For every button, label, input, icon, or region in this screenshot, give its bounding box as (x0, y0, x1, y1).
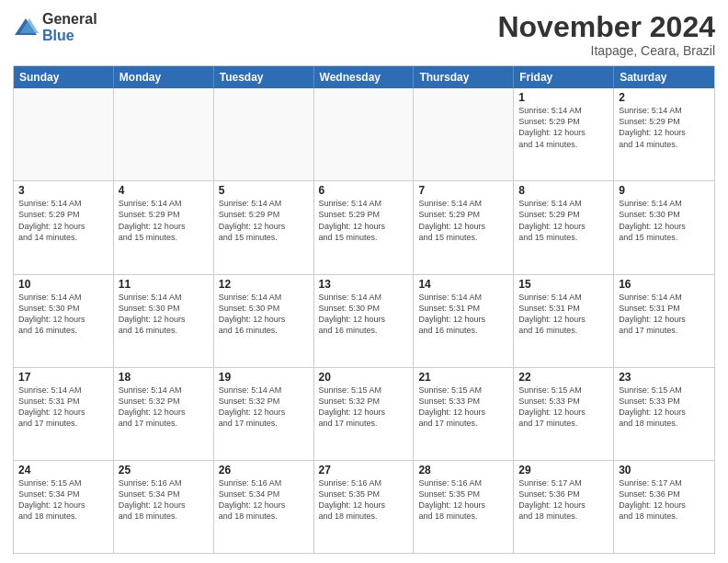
weekday-header-friday: Friday (514, 66, 614, 88)
calendar-cell: 30Sunrise: 5:17 AM Sunset: 5:36 PM Dayli… (614, 461, 714, 553)
calendar-cell: 11Sunrise: 5:14 AM Sunset: 5:30 PM Dayli… (114, 275, 214, 367)
calendar-cell: 21Sunrise: 5:15 AM Sunset: 5:33 PM Dayli… (414, 368, 514, 460)
day-number: 21 (418, 371, 508, 384)
calendar-cell: 17Sunrise: 5:14 AM Sunset: 5:31 PM Dayli… (14, 368, 114, 460)
calendar-cell: 10Sunrise: 5:14 AM Sunset: 5:30 PM Dayli… (14, 275, 114, 367)
calendar-row-2: 3Sunrise: 5:14 AM Sunset: 5:29 PM Daylig… (14, 181, 714, 274)
calendar-cell: 6Sunrise: 5:14 AM Sunset: 5:29 PM Daylig… (314, 181, 415, 273)
calendar-cell: 1Sunrise: 5:14 AM Sunset: 5:29 PM Daylig… (514, 88, 614, 180)
calendar-cell: 28Sunrise: 5:16 AM Sunset: 5:35 PM Dayli… (414, 461, 514, 553)
calendar-cell: 14Sunrise: 5:14 AM Sunset: 5:31 PM Dayli… (414, 275, 514, 367)
day-number: 11 (119, 278, 209, 291)
calendar-cell: 25Sunrise: 5:16 AM Sunset: 5:34 PM Dayli… (114, 461, 214, 553)
day-number: 19 (219, 371, 309, 384)
day-number: 25 (119, 464, 209, 477)
day-number: 28 (418, 464, 508, 477)
calendar: SundayMondayTuesdayWednesdayThursdayFrid… (13, 65, 715, 554)
calendar-cell: 15Sunrise: 5:14 AM Sunset: 5:31 PM Dayli… (514, 275, 614, 367)
cell-info: Sunrise: 5:15 AM Sunset: 5:33 PM Dayligh… (418, 385, 508, 430)
cell-info: Sunrise: 5:14 AM Sunset: 5:29 PM Dayligh… (319, 198, 409, 243)
calendar-cell: 16Sunrise: 5:14 AM Sunset: 5:31 PM Dayli… (614, 275, 714, 367)
weekday-header-saturday: Saturday (614, 66, 714, 88)
cell-info: Sunrise: 5:14 AM Sunset: 5:30 PM Dayligh… (119, 292, 209, 337)
weekday-header-monday: Monday (114, 66, 214, 88)
day-number: 7 (418, 184, 508, 197)
calendar-row-5: 24Sunrise: 5:15 AM Sunset: 5:34 PM Dayli… (14, 461, 714, 553)
calendar-cell: 2Sunrise: 5:14 AM Sunset: 5:29 PM Daylig… (614, 88, 714, 180)
cell-info: Sunrise: 5:14 AM Sunset: 5:29 PM Dayligh… (518, 105, 609, 150)
page: General Blue November 2024 Itapage, Cear… (0, 0, 728, 563)
calendar-cell: 29Sunrise: 5:17 AM Sunset: 5:36 PM Dayli… (514, 461, 614, 553)
weekday-header-tuesday: Tuesday (214, 66, 314, 88)
calendar-cell: 7Sunrise: 5:14 AM Sunset: 5:29 PM Daylig… (414, 181, 514, 273)
cell-info: Sunrise: 5:14 AM Sunset: 5:29 PM Dayligh… (518, 198, 609, 243)
day-number: 1 (518, 91, 609, 104)
day-number: 8 (518, 184, 609, 197)
day-number: 14 (418, 278, 508, 291)
calendar-cell: 8Sunrise: 5:14 AM Sunset: 5:29 PM Daylig… (514, 181, 614, 273)
day-number: 5 (219, 184, 309, 197)
calendar-cell (214, 88, 314, 180)
cell-info: Sunrise: 5:14 AM Sunset: 5:32 PM Dayligh… (219, 385, 309, 430)
cell-info: Sunrise: 5:14 AM Sunset: 5:31 PM Dayligh… (418, 292, 508, 337)
day-number: 24 (18, 464, 108, 477)
day-number: 15 (518, 278, 609, 291)
calendar-cell (14, 88, 114, 180)
day-number: 27 (319, 464, 409, 477)
day-number: 22 (518, 371, 609, 384)
calendar-cell: 23Sunrise: 5:15 AM Sunset: 5:33 PM Dayli… (614, 368, 714, 460)
day-number: 3 (18, 184, 108, 197)
cell-info: Sunrise: 5:14 AM Sunset: 5:29 PM Dayligh… (119, 198, 209, 243)
cell-info: Sunrise: 5:14 AM Sunset: 5:29 PM Dayligh… (219, 198, 309, 243)
logo: General Blue (13, 11, 97, 43)
logo-general-label: General (42, 11, 97, 28)
day-number: 18 (119, 371, 209, 384)
day-number: 29 (518, 464, 609, 477)
logo-blue-label: Blue (42, 28, 97, 44)
cell-info: Sunrise: 5:14 AM Sunset: 5:30 PM Dayligh… (319, 292, 409, 337)
calendar-cell: 3Sunrise: 5:14 AM Sunset: 5:29 PM Daylig… (14, 181, 114, 273)
day-number: 9 (619, 184, 710, 197)
header: General Blue November 2024 Itapage, Cear… (13, 11, 715, 58)
calendar-cell: 18Sunrise: 5:14 AM Sunset: 5:32 PM Dayli… (114, 368, 214, 460)
calendar-cell (314, 88, 415, 180)
calendar-row-4: 17Sunrise: 5:14 AM Sunset: 5:31 PM Dayli… (14, 368, 714, 461)
cell-info: Sunrise: 5:14 AM Sunset: 5:29 PM Dayligh… (18, 198, 108, 243)
calendar-cell: 9Sunrise: 5:14 AM Sunset: 5:30 PM Daylig… (614, 181, 714, 273)
day-number: 6 (319, 184, 409, 197)
cell-info: Sunrise: 5:17 AM Sunset: 5:36 PM Dayligh… (619, 477, 710, 523)
calendar-cell: 27Sunrise: 5:16 AM Sunset: 5:35 PM Dayli… (314, 461, 415, 553)
calendar-cell: 12Sunrise: 5:14 AM Sunset: 5:30 PM Dayli… (214, 275, 314, 367)
day-number: 12 (219, 278, 309, 291)
calendar-cell: 4Sunrise: 5:14 AM Sunset: 5:29 PM Daylig… (114, 181, 214, 273)
cell-info: Sunrise: 5:16 AM Sunset: 5:34 PM Dayligh… (119, 477, 209, 523)
calendar-cell: 20Sunrise: 5:15 AM Sunset: 5:32 PM Dayli… (314, 368, 415, 460)
cell-info: Sunrise: 5:14 AM Sunset: 5:31 PM Dayligh… (518, 292, 609, 337)
calendar-cell: 5Sunrise: 5:14 AM Sunset: 5:29 PM Daylig… (214, 181, 314, 273)
day-number: 23 (619, 371, 710, 384)
day-number: 10 (18, 278, 108, 291)
cell-info: Sunrise: 5:16 AM Sunset: 5:34 PM Dayligh… (219, 477, 309, 523)
day-number: 20 (319, 371, 409, 384)
weekday-header-wednesday: Wednesday (314, 66, 415, 88)
cell-info: Sunrise: 5:14 AM Sunset: 5:32 PM Dayligh… (119, 385, 209, 430)
logo-icon (13, 15, 39, 40)
day-number: 2 (619, 91, 710, 104)
cell-info: Sunrise: 5:15 AM Sunset: 5:34 PM Dayligh… (18, 477, 108, 523)
day-number: 13 (319, 278, 409, 291)
cell-info: Sunrise: 5:15 AM Sunset: 5:33 PM Dayligh… (619, 385, 710, 430)
calendar-cell: 22Sunrise: 5:15 AM Sunset: 5:33 PM Dayli… (514, 368, 614, 460)
cell-info: Sunrise: 5:14 AM Sunset: 5:29 PM Dayligh… (418, 198, 508, 243)
day-number: 17 (18, 371, 108, 384)
calendar-cell: 13Sunrise: 5:14 AM Sunset: 5:30 PM Dayli… (314, 275, 415, 367)
subtitle: Itapage, Ceara, Brazil (497, 43, 715, 58)
cell-info: Sunrise: 5:15 AM Sunset: 5:32 PM Dayligh… (319, 385, 409, 430)
cell-info: Sunrise: 5:15 AM Sunset: 5:33 PM Dayligh… (518, 385, 609, 430)
day-number: 30 (619, 464, 710, 477)
calendar-cell: 26Sunrise: 5:16 AM Sunset: 5:34 PM Dayli… (214, 461, 314, 553)
calendar-body: 1Sunrise: 5:14 AM Sunset: 5:29 PM Daylig… (14, 88, 714, 553)
cell-info: Sunrise: 5:14 AM Sunset: 5:30 PM Dayligh… (18, 292, 108, 337)
cell-info: Sunrise: 5:17 AM Sunset: 5:36 PM Dayligh… (518, 477, 609, 523)
calendar-cell (114, 88, 214, 180)
day-number: 26 (219, 464, 309, 477)
